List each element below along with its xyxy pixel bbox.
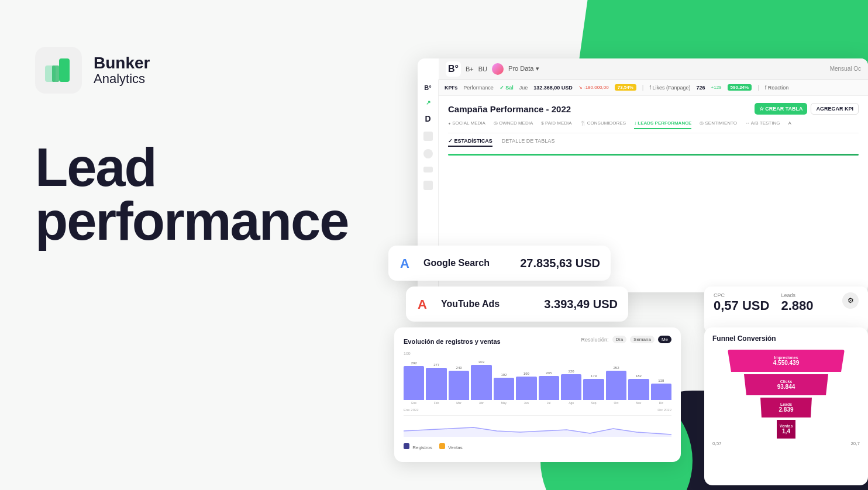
bar-column: 179 Sep (583, 374, 604, 405)
bars-area: 292 Ene 277 Feb 249 Mar 303 Abr 192 May (404, 358, 671, 405)
bar-column: 138 Dic (651, 379, 671, 405)
subtab-estadisticas[interactable]: ✓ ESTADÍSTICAS (448, 138, 492, 147)
nav-pro-data: Pro Data ▾ (508, 65, 539, 73)
dash-content: Campaña Performance - 2022 ☆ CREAR TABLA… (439, 96, 868, 168)
sidebar-icon-2 (423, 149, 433, 158)
brand-subtitle: Analytics (94, 72, 150, 86)
funnel-layer: Impresiones4.550.439 (728, 350, 845, 372)
svg-text:A: A (418, 297, 427, 312)
bar-chart-header: Evolución de registros y ventas Resoluci… (404, 336, 671, 349)
bar-column: 199 Jun (516, 372, 536, 405)
bar-chart-card: Evolución de registros y ventas Resoluci… (394, 327, 681, 462)
kpi-likes-delta: +129 (711, 85, 722, 90)
tab-more[interactable]: A (788, 120, 791, 129)
dash-date: Mensual Oc (830, 65, 861, 72)
subtab-detalle-tablas[interactable]: DETALLE DE TABLAS (502, 138, 555, 147)
svg-rect-2 (52, 65, 59, 82)
bar-column: 303 Abr (471, 360, 491, 405)
sidebar-chart-icon: ↗ (426, 99, 430, 106)
bar-column: 252 Oct (606, 366, 626, 405)
camp-actions: ☆ CREAR TABLA AGREGAR KPI (755, 103, 859, 115)
funnel-title: Funnel Conversión (712, 334, 860, 343)
crear-tabla-button[interactable]: ☆ CREAR TABLA (755, 103, 808, 115)
bar-column: 182 Nov (628, 374, 649, 405)
kpi-reactions: f Reaction (765, 85, 789, 91)
kpi-sal: ✓ Sal (500, 85, 514, 91)
tab-consumidores[interactable]: 🍴 CONSUMIDORES (580, 120, 626, 129)
hero-text: Lead performance (35, 140, 351, 248)
dash-kpi-bar: KPI's Performance ✓ Sal Jue 132.368,00 U… (439, 80, 868, 96)
agregar-kpi-button[interactable]: AGREGAR KPI (811, 103, 859, 115)
bar-x-labels: Ene 2022 Dic 2022 (404, 408, 671, 412)
google-value: 27.835,63 USD (520, 257, 600, 270)
res-mes[interactable]: Me (658, 336, 671, 343)
nav-item-b: B+ (466, 65, 474, 73)
settings-icon[interactable]: ⚙ (842, 292, 859, 309)
brand-name: Bunker Analytics (94, 54, 150, 87)
dash-nav: B+ BU Pro Data ▾ (466, 63, 825, 75)
kpi-neg: ↘ -180.000,00 (578, 85, 609, 90)
cpc-block: CPC 0,57 USD (714, 292, 769, 327)
green-line (448, 154, 859, 156)
leads-value: 2.880 (781, 298, 813, 313)
logo-box (35, 47, 82, 94)
tab-paid-media[interactable]: $ PAID MEDIA (541, 120, 571, 129)
resolution-row: Resolución: Día Semana Me (581, 336, 671, 343)
hero-line1: Lead performance (35, 140, 351, 248)
res-label: Resolución: (581, 337, 609, 343)
res-semana[interactable]: Semana (630, 336, 655, 343)
tab-sentimiento[interactable]: ◎ SENTIMIENTO (700, 120, 737, 129)
kpi-pct-badge: 73,54% (615, 84, 636, 91)
subtab-navigation: ✓ ESTADÍSTICAS DETALLE DE TABLAS (448, 138, 859, 147)
svg-text:A: A (400, 256, 409, 271)
youtube-platform-label: YouTube Ads (441, 299, 500, 309)
kpi-likes-pct: 590,24% (728, 84, 752, 91)
chart-legend: Registros Ventas (404, 443, 671, 450)
kpi-sep1: | (642, 84, 644, 91)
tab-ab-testing[interactable]: ↔ A/B TESTING (745, 120, 780, 129)
funnel-layer: Ventas1,4 (763, 420, 810, 439)
kpi-jue: Jue (519, 85, 528, 91)
bar-column: 292 Ene (404, 361, 424, 405)
right-section: B° ↗ D B° B+ BU Pro Data ▾ Mensual Oc (388, 58, 868, 479)
res-dia[interactable]: Día (612, 336, 626, 343)
leads-label: Leads (781, 292, 813, 298)
funnel-side-val2: 20,7 (850, 441, 860, 446)
tab-leads-performance[interactable]: ↓ LEADS PERFORMANCE (634, 120, 691, 129)
google-platform-label: Google Search (423, 258, 490, 268)
tab-owned-media[interactable]: ◎ OWNED MEDIA (494, 120, 533, 129)
dash-logo-small: B° (424, 84, 431, 91)
funnel-card: Funnel Conversión Impresiones4.550.439Cl… (704, 327, 868, 485)
logo-icon (44, 57, 73, 83)
bar-column: 249 Mar (449, 366, 469, 405)
sidebar-icon-4 (423, 181, 433, 190)
kpi-sep2: | (757, 84, 759, 91)
nav-avatar (492, 63, 504, 75)
nav-item-bu: BU (478, 65, 487, 73)
tab-social-media[interactable]: ⬥ SOCIAL MEDIA (448, 120, 485, 129)
camp-title: Campaña Performance - 2022 (448, 104, 571, 114)
kpi-label: KPI's (445, 85, 457, 91)
svg-rect-1 (59, 58, 70, 82)
legend-registros: Registros (404, 443, 432, 450)
left-section: Bunker Analytics Lead performance (0, 0, 386, 490)
youtube-ads-card: A YouTube Ads 3.393,49 USD (406, 287, 628, 322)
bar-column: 220 Ago (561, 370, 581, 405)
kpi-performance: Performance (463, 85, 494, 91)
bar-column: 277 Feb (426, 363, 446, 405)
funnel-layer: Clicks93.844 (739, 374, 833, 395)
youtube-ads-icon: A (416, 296, 433, 312)
sidebar-icon-3 (423, 167, 433, 172)
legend-ventas: Ventas (439, 443, 463, 450)
cpc-leads-card: CPC 0,57 USD Leads 2.880 ⚙ (704, 287, 868, 333)
sidebar-icon-1 (423, 132, 433, 141)
google-search-card: A Google Search 27.835,63 USD (388, 246, 611, 281)
funnel-shape: Impresiones4.550.439Clicks93.844Leads2.8… (712, 350, 860, 439)
y-axis-100: 100 (404, 351, 671, 356)
funnel-side: 0,57 20,7 (712, 441, 860, 446)
kpi-main-value: 132.368,00 USD (533, 85, 573, 91)
google-ads-icon: A (399, 255, 415, 271)
tab-navigation: ⬥ SOCIAL MEDIA ◎ OWNED MEDIA $ PAID MEDI… (448, 120, 859, 133)
leads-block: Leads 2.880 (781, 292, 813, 327)
dash-header-logo: B° (446, 61, 461, 77)
